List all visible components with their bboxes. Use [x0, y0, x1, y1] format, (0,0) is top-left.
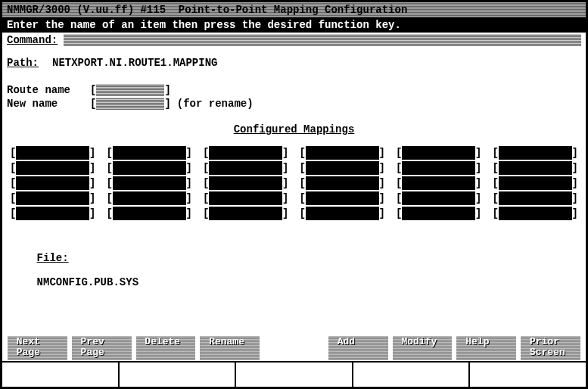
route-name-label: Route name — [7, 84, 90, 96]
mapping-slot[interactable]: [] — [203, 176, 289, 190]
file-label: File: — [37, 252, 69, 264]
rename-hint: (for rename) — [177, 98, 254, 110]
mapping-slot[interactable]: [] — [203, 207, 289, 220]
mapping-slot[interactable]: [] — [493, 146, 579, 160]
command-label: Command: — [7, 34, 58, 46]
fkey-rename[interactable]: Rename — [200, 336, 260, 360]
mapping-slot[interactable]: [] — [203, 146, 289, 160]
status-cell — [2, 363, 120, 387]
status-bar — [2, 361, 586, 387]
mapping-slot[interactable]: [] — [10, 207, 96, 220]
fkey-help[interactable]: Help — [456, 336, 516, 360]
fkey-add[interactable]: Add — [328, 336, 388, 360]
route-name-input[interactable] — [96, 84, 164, 96]
fkey-next[interactable]: Next Page — [8, 336, 67, 360]
mapping-slot[interactable]: [] — [493, 176, 579, 190]
mapping-slot[interactable]: [] — [396, 176, 482, 190]
mapping-slot[interactable]: [] — [107, 146, 193, 160]
mapping-slot[interactable]: [] — [10, 176, 96, 190]
fkey-modify[interactable]: Modify — [393, 336, 453, 360]
function-key-row: Next Page Prev Page Delete Rename Add Mo… — [5, 336, 583, 360]
status-cell — [470, 363, 586, 387]
mapping-slot[interactable]: [] — [107, 191, 193, 205]
instruction-bar: Enter the name of an item then press the… — [2, 17, 586, 33]
mapping-slot[interactable]: [] — [10, 191, 96, 205]
fkey-blank — [264, 336, 324, 360]
fkey-delete[interactable]: Delete — [136, 336, 196, 360]
mapping-slot[interactable]: [] — [107, 176, 193, 190]
path-label: Path: — [7, 57, 52, 69]
mapping-slot[interactable]: [] — [300, 191, 386, 205]
mapping-slot[interactable]: [] — [396, 207, 482, 220]
mapping-slot[interactable]: [] — [300, 161, 386, 175]
mapping-slot[interactable]: [] — [493, 161, 579, 175]
fkey-prev[interactable]: Prev Page — [72, 336, 132, 360]
fkey-prior[interactable]: Prior Screen — [521, 336, 580, 360]
status-cell — [236, 363, 353, 387]
mappings-grid: [][][][][][][][][][][][][][][][][][][][]… — [7, 146, 581, 222]
mapping-slot[interactable]: [] — [396, 146, 482, 160]
new-name-label: New name — [7, 98, 90, 110]
file-value: NMCONFIG.PUB.SYS — [37, 276, 138, 288]
mapping-slot[interactable]: [] — [396, 191, 482, 205]
mapping-slot[interactable]: [] — [107, 161, 193, 175]
mapping-slot[interactable]: [] — [10, 146, 96, 160]
mapping-slot[interactable]: [] — [493, 207, 579, 220]
path-value: NETXPORT.NI.ROUTE1.MAPPING — [52, 57, 217, 69]
mapping-slot[interactable]: [] — [493, 191, 579, 205]
status-cell — [353, 363, 471, 387]
command-input[interactable] — [64, 34, 581, 46]
mapping-slot[interactable]: [] — [300, 207, 386, 220]
mapping-slot[interactable]: [] — [396, 161, 482, 175]
mapping-slot[interactable]: [] — [107, 207, 193, 220]
mapping-slot[interactable]: [] — [203, 191, 289, 205]
mapping-slot[interactable]: [] — [203, 161, 289, 175]
section-heading: Configured Mappings — [7, 123, 581, 135]
mapping-slot[interactable]: [] — [10, 161, 96, 175]
mapping-slot[interactable]: [] — [300, 176, 386, 190]
new-name-input[interactable] — [96, 98, 164, 110]
title-bar: NMMGR/3000 (V.uu.ff) #115 Point-to-Point… — [2, 2, 586, 17]
mapping-slot[interactable]: [] — [300, 146, 386, 160]
status-cell — [120, 363, 237, 387]
